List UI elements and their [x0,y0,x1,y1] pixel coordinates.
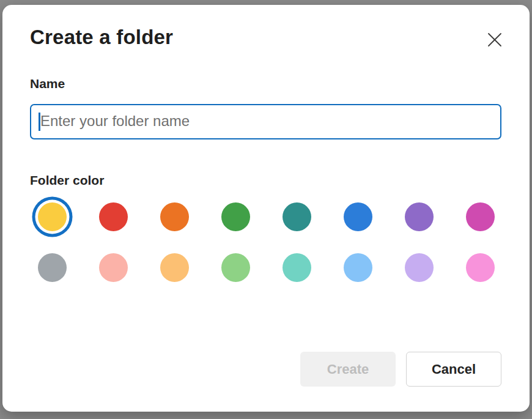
dialog-title: Create a folder [30,26,173,49]
color-swatch-green[interactable] [221,202,250,231]
color-swatch-light-green[interactable] [221,253,250,282]
color-swatch-light-pink[interactable] [466,253,495,282]
color-swatch-light-orange[interactable] [160,253,189,282]
name-input-wrap [30,104,501,139]
color-swatch-yellow[interactable] [38,202,67,231]
dialog-header: Create a folder [30,26,501,50]
cancel-button[interactable]: Cancel [406,352,501,387]
color-swatch-light-purple[interactable] [405,253,434,282]
color-swatch-light-blue[interactable] [344,253,372,282]
dialog-footer: Create Cancel [300,352,501,387]
color-swatch-red[interactable] [99,202,128,231]
folder-color-label: Folder color [30,173,501,188]
create-button[interactable]: Create [300,352,396,387]
color-swatch-light-red[interactable] [99,253,128,282]
color-swatch-gray[interactable] [38,253,67,282]
folder-name-input[interactable] [30,104,501,139]
color-swatch-magenta[interactable] [466,202,495,231]
create-folder-dialog: Create a folder Name Folder color Create… [2,5,530,412]
close-button[interactable] [484,29,505,50]
color-swatch-light-teal[interactable] [283,253,311,282]
color-swatch-orange[interactable] [160,202,189,231]
name-label: Name [30,76,501,91]
color-swatch-purple[interactable] [405,202,434,231]
folder-color-swatch-grid [38,202,527,282]
close-icon [487,32,503,48]
color-swatch-blue[interactable] [344,202,372,231]
color-swatch-teal[interactable] [283,202,311,231]
